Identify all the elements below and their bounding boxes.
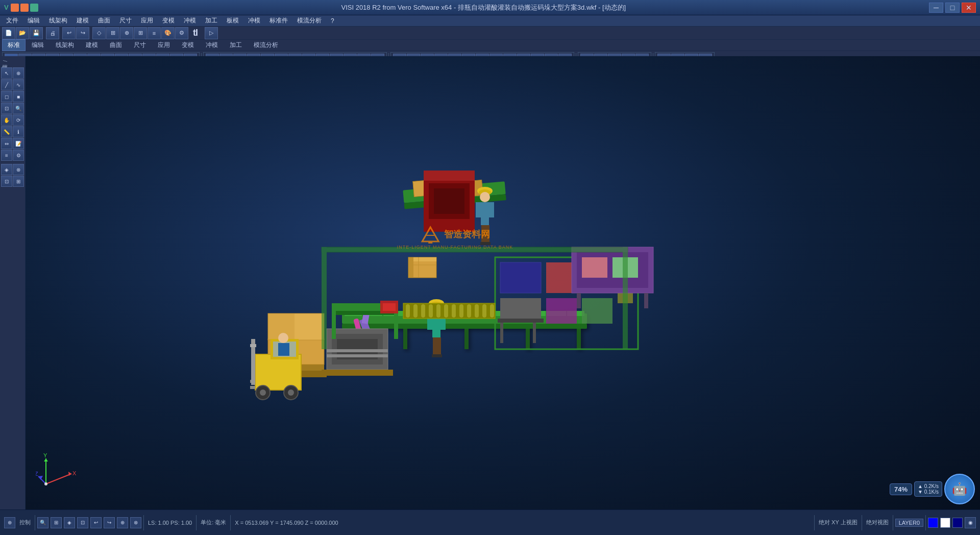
left-btn-zoom[interactable]: 🔍 <box>13 103 24 114</box>
left-btn-layer[interactable]: ≡ <box>1 150 12 161</box>
left-btn-face[interactable]: ◻ <box>1 91 12 102</box>
tab-wireframe[interactable]: 线架构 <box>50 39 80 51</box>
grid-btn[interactable]: ⊞ <box>134 27 147 39</box>
tab-varmodel[interactable]: 变模 <box>176 39 200 51</box>
status-btn1[interactable]: 🔍 <box>37 517 48 528</box>
extra-btn1[interactable]: ▷ <box>205 27 218 39</box>
status-btn8[interactable]: ⊗ <box>130 517 141 528</box>
snap-btn[interactable]: ⊕ <box>120 27 133 39</box>
left-btn-solid[interactable]: ■ <box>13 91 24 102</box>
open-btn[interactable]: 📂 <box>16 27 29 39</box>
menu-varmodel[interactable]: 变模 <box>158 16 179 26</box>
status-unit: 单位: 毫米 <box>199 519 228 526</box>
left-btn-extra3[interactable]: ⊡ <box>1 176 12 187</box>
menu-file[interactable]: 文件 <box>2 16 22 26</box>
left-btn-point[interactable]: ⊕ <box>13 67 24 79</box>
view-top-btn[interactable]: ⊞ <box>106 27 119 39</box>
color-swatch-navy[interactable] <box>952 518 963 528</box>
menu-apply[interactable]: 应用 <box>137 16 157 26</box>
menu-edit[interactable]: 编辑 <box>23 16 44 26</box>
menu-flow[interactable]: 模流分析 <box>293 16 326 26</box>
status-btn7[interactable]: ⊕ <box>117 517 128 528</box>
tab-machine[interactable]: 加工 <box>224 39 248 51</box>
status-btn2[interactable]: ⊞ <box>51 517 62 528</box>
menu-punch[interactable]: 冲模 <box>180 16 200 26</box>
network-speed: ▲ 0.2K/s ▼ 0.1K/s <box>914 481 942 497</box>
svg-marker-136 <box>38 476 43 480</box>
status-mode-btn[interactable]: ⊕ <box>4 517 15 528</box>
left-btn-extra4[interactable]: ⊞ <box>13 176 24 187</box>
save-btn[interactable]: 💾 <box>30 27 43 39</box>
tab-flow[interactable]: 模流分析 <box>248 39 284 51</box>
maximize-button[interactable]: □ <box>945 3 960 13</box>
svg-rect-88 <box>437 337 441 355</box>
menu-standard[interactable]: 标准件 <box>265 16 292 26</box>
svg-text:Z: Z <box>36 471 38 477</box>
status-btn6[interactable]: ↪ <box>104 517 115 528</box>
left-btn-zoom-fit[interactable]: ⊡ <box>1 103 12 114</box>
left-btn-line[interactable]: ╱ <box>1 79 12 90</box>
tab-surface[interactable]: 曲面 <box>104 39 128 51</box>
svg-line-129 <box>46 474 71 484</box>
left-btn-extra1[interactable]: ◈ <box>1 164 12 175</box>
tab-standard[interactable]: 标准 <box>2 39 26 51</box>
left-btn-rotate[interactable]: ⟳ <box>13 114 24 126</box>
svg-rect-5 <box>526 329 530 349</box>
svg-rect-87 <box>433 337 437 355</box>
status-btn5[interactable]: ↩ <box>90 517 102 528</box>
main-viewport[interactable]: 智造资料网 INTE-LIGENT MANU-FACTURING DATA BA… <box>26 56 980 509</box>
menu-surface[interactable]: 曲面 <box>94 16 114 26</box>
color-swatch-white[interactable] <box>940 518 950 528</box>
new-btn[interactable]: 📄 <box>2 27 15 39</box>
color-swatch-blue[interactable] <box>928 518 938 528</box>
left-btn-dim[interactable]: ⇔ <box>1 138 12 149</box>
menu-punch2[interactable]: 冲模 <box>244 16 264 26</box>
status-view-label: 绝对视图 <box>864 519 891 526</box>
left-btn-extra2[interactable]: ⊗ <box>13 164 24 175</box>
menu-wireframe[interactable]: 线架构 <box>45 16 71 26</box>
status-coords: X = 0513.069 Y = 1745.090 Z = 0000.000 <box>233 520 340 526</box>
svg-rect-70 <box>434 188 464 214</box>
left-btn-select[interactable]: ↖ <box>1 67 12 79</box>
svg-point-138 <box>44 482 47 485</box>
prop-btn[interactable]: ⚙ <box>175 27 188 39</box>
tab-apply[interactable]: 应用 <box>152 39 176 51</box>
svg-rect-105 <box>413 304 418 318</box>
menu-help[interactable]: ? <box>327 17 338 25</box>
menu-dimension[interactable]: 尺寸 <box>115 16 136 26</box>
svg-rect-107 <box>429 304 433 318</box>
status-display-btn[interactable]: ◉ <box>965 517 976 528</box>
svg-rect-61 <box>533 323 536 343</box>
undo-btn[interactable]: ↩ <box>62 27 76 39</box>
svg-rect-104 <box>406 304 410 318</box>
svg-text:X: X <box>72 470 77 476</box>
view-iso-btn[interactable]: ◇ <box>92 27 106 39</box>
svg-point-73 <box>480 192 490 202</box>
tab-punch[interactable]: 冲模 <box>200 39 224 51</box>
status-btn3[interactable]: ◈ <box>64 517 75 528</box>
left-btn-info[interactable]: ℹ <box>13 126 24 137</box>
minimize-button[interactable]: ─ <box>929 3 943 13</box>
left-btn-attrib[interactable]: ⚙ <box>13 150 24 161</box>
menu-machine[interactable]: 加工 <box>201 16 222 26</box>
menu-build[interactable]: 建模 <box>72 16 93 26</box>
redo-btn[interactable]: ↪ <box>76 27 89 39</box>
close-button[interactable]: ✕ <box>962 3 976 13</box>
tab-dimension[interactable]: 尺寸 <box>128 39 152 51</box>
tab-edit[interactable]: 编辑 <box>26 39 50 51</box>
left-btn-curve[interactable]: ∿ <box>13 79 24 90</box>
left-btn-measure[interactable]: 📏 <box>1 126 12 137</box>
menu-platemodel[interactable]: 板模 <box>223 16 243 26</box>
svg-rect-90 <box>436 354 442 357</box>
color-btn[interactable]: 🎨 <box>161 27 175 39</box>
left-btn-pan[interactable]: ✋ <box>1 114 12 126</box>
status-btn4[interactable]: ⊡ <box>77 517 88 528</box>
tab-build[interactable]: 建模 <box>80 39 104 51</box>
status-xy-label: 绝对 XY 上视图 <box>817 519 860 526</box>
svg-marker-133 <box>44 458 48 461</box>
left-btn-note[interactable]: 📝 <box>13 138 24 149</box>
svg-rect-74 <box>481 202 489 225</box>
svg-rect-21 <box>408 257 413 278</box>
layer-btn[interactable]: ≡ <box>148 27 161 39</box>
print-btn[interactable]: 🖨 <box>46 27 59 39</box>
